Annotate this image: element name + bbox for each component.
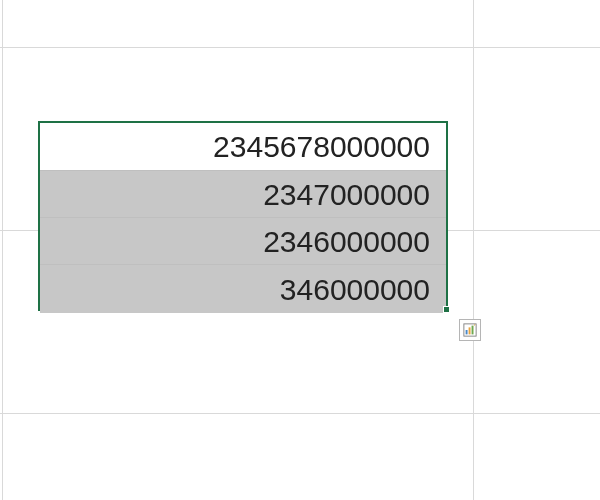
quick-analysis-button[interactable]	[459, 319, 481, 341]
cell-selected[interactable]: 2346000000	[40, 217, 446, 264]
quick-analysis-icon	[463, 323, 477, 337]
cell-active[interactable]: 2345678000000	[40, 123, 446, 170]
spreadsheet-grid[interactable]: 2345678000000 2347000000 2346000000 3460…	[0, 0, 600, 500]
cell-selection[interactable]: 2345678000000 2347000000 2346000000 3460…	[38, 121, 448, 311]
svg-rect-3	[472, 326, 474, 335]
svg-rect-1	[466, 330, 468, 334]
gridline	[473, 0, 474, 500]
gridline	[2, 0, 3, 500]
cell-selected[interactable]: 346000000	[40, 264, 446, 313]
gridline	[0, 413, 600, 414]
cell-selected[interactable]: 2347000000	[40, 170, 446, 217]
fill-handle[interactable]	[443, 306, 450, 313]
gridline	[0, 47, 600, 48]
svg-rect-2	[469, 327, 471, 334]
